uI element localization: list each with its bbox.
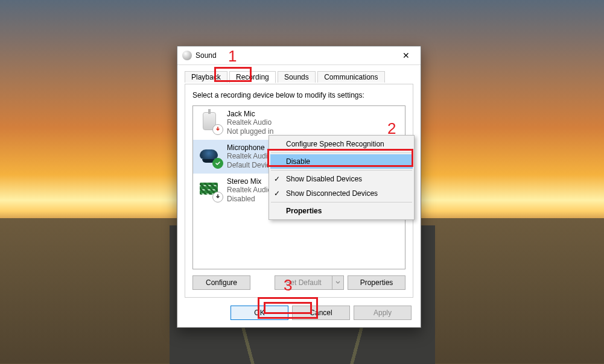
set-default-dropdown[interactable]	[332, 275, 344, 290]
device-name: Microphone	[227, 143, 274, 152]
device-texts: Microphone Realtek Audio Default Device	[227, 143, 274, 170]
close-button[interactable]: ✕	[393, 46, 419, 64]
tab-sounds[interactable]: Sounds	[278, 71, 316, 83]
menu-properties[interactable]: Properties	[270, 204, 413, 218]
tab-recording[interactable]: Recording	[229, 71, 276, 83]
status-badge-default	[212, 158, 223, 169]
device-context-menu[interactable]: Configure Speech Recognition Disable ✓ S…	[269, 135, 415, 220]
menu-label: Show Disconnected Devices	[286, 189, 378, 198]
menu-show-disabled[interactable]: ✓ Show Disabled Devices	[270, 172, 413, 186]
device-status: Not plugged in	[227, 127, 273, 136]
dialog-button-row: OK Cancel Apply	[230, 306, 412, 320]
configure-row: Configure Set Default Properties	[192, 275, 405, 290]
check-icon: ✓	[274, 189, 280, 198]
device-driver: Realtek Audio	[227, 186, 272, 195]
close-icon: ✕	[402, 51, 410, 60]
menu-separator	[271, 170, 412, 171]
title-bar[interactable]: Sound ✕	[177, 46, 421, 65]
ok-button[interactable]: OK	[230, 306, 288, 320]
sound-app-icon	[182, 51, 192, 60]
menu-show-disconnected[interactable]: ✓ Show Disconnected Devices	[270, 186, 413, 201]
set-default-split-button[interactable]: Set Default	[275, 275, 344, 290]
status-badge-unplugged	[212, 124, 223, 135]
menu-separator	[271, 152, 412, 153]
chevron-down-icon	[335, 280, 340, 285]
tab-playback[interactable]: Playback	[185, 71, 227, 83]
configure-button[interactable]: Configure	[192, 275, 250, 290]
menu-label: Show Disabled Devices	[286, 175, 362, 183]
tab-communications[interactable]: Communications	[317, 71, 384, 83]
menu-separator	[271, 202, 412, 202]
window-title: Sound	[196, 51, 393, 60]
device-driver: Realtek Audio	[227, 118, 273, 127]
stereo-mix-icon	[198, 177, 222, 201]
device-status: Disabled	[227, 195, 272, 204]
device-name: Jack Mic	[227, 110, 273, 118]
check-icon: ✓	[274, 175, 280, 183]
menu-disable[interactable]: Disable	[270, 154, 413, 169]
device-texts: Stereo Mix Realtek Audio Disabled	[227, 177, 272, 204]
cancel-button[interactable]: Cancel	[292, 306, 350, 320]
set-default-button[interactable]: Set Default	[275, 275, 332, 290]
device-name: Stereo Mix	[227, 177, 272, 186]
menu-configure-speech[interactable]: Configure Speech Recognition	[270, 137, 413, 151]
jack-mic-icon	[198, 110, 222, 134]
microphone-icon	[198, 143, 222, 168]
device-status: Default Device	[227, 161, 274, 170]
device-texts: Jack Mic Realtek Audio Not plugged in	[227, 110, 273, 136]
apply-button[interactable]: Apply	[354, 306, 412, 320]
tab-strip: Playback Recording Sounds Communications	[185, 71, 413, 84]
instruction-text: Select a recording device below to modif…	[192, 91, 405, 99]
status-badge-disabled	[212, 192, 223, 202]
device-driver: Realtek Audio	[227, 152, 274, 161]
properties-button[interactable]: Properties	[348, 275, 405, 290]
